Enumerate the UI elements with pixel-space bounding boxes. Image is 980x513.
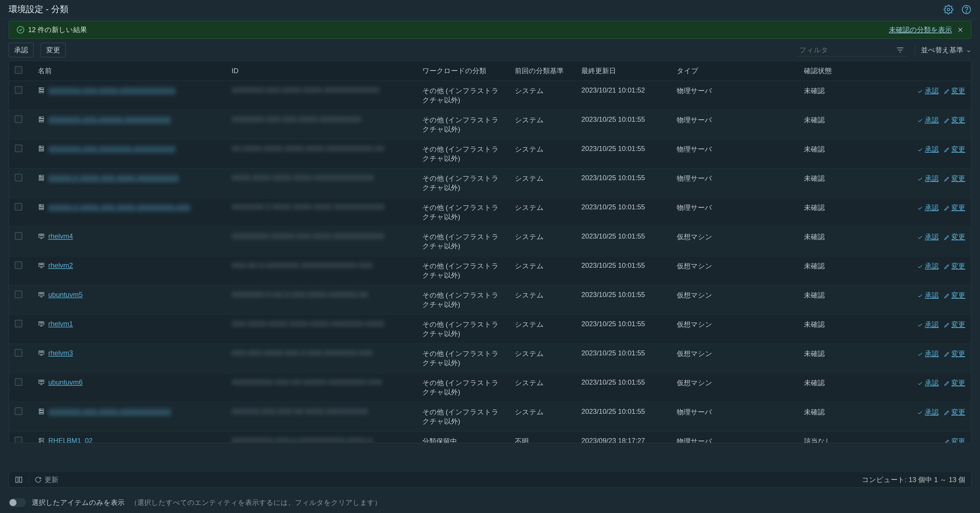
row-change-link[interactable]: 変更 bbox=[944, 115, 965, 125]
row-checkbox[interactable] bbox=[15, 232, 22, 240]
row-checkbox[interactable] bbox=[15, 86, 22, 94]
settings-icon[interactable] bbox=[943, 5, 953, 14]
row-actions: 承認変更 bbox=[853, 174, 965, 183]
row-checkbox[interactable] bbox=[15, 320, 22, 327]
table-row: XXXXXXX-XXX-XXXX-XXXXXXXXXXXXXXXXXXX-XXX… bbox=[9, 81, 971, 110]
status-cell: 未確認 bbox=[798, 373, 847, 402]
col-workload[interactable]: ワークロードの分類 bbox=[417, 61, 509, 81]
row-change-link[interactable]: 変更 bbox=[944, 86, 965, 96]
col-type[interactable]: タイプ bbox=[671, 61, 798, 81]
change-button[interactable]: 変更 bbox=[41, 43, 65, 57]
entity-id: XXXXXXX-XXX-XXX-XXXX-XXXXXXXXX bbox=[232, 115, 361, 123]
basis-cell: システム bbox=[509, 139, 576, 169]
basis-cell: システム bbox=[509, 285, 576, 315]
show-selected-toggle[interactable] bbox=[9, 498, 26, 507]
entity-id: XXXXXXX-X-XX-X-XXX-XXXX-XXXXXX-XX bbox=[232, 291, 368, 298]
updated-cell: 2023/10/25 10:01:55 bbox=[576, 285, 671, 315]
row-checkbox[interactable] bbox=[15, 115, 22, 123]
entity-name-link[interactable]: rhelvm3 bbox=[48, 349, 73, 357]
col-id[interactable]: ID bbox=[226, 61, 417, 81]
row-approve-link[interactable]: 承認 bbox=[917, 174, 939, 183]
row-checkbox[interactable] bbox=[15, 203, 22, 210]
row-approve-link[interactable]: 承認 bbox=[917, 320, 939, 329]
svg-rect-6 bbox=[39, 92, 44, 93]
entity-name-link[interactable]: XXXXXXX-XXX-XXXXXXX-XXXXXXXXX bbox=[48, 145, 175, 153]
workload-cell: その他 (インフラストラクチャ以外) bbox=[417, 315, 509, 344]
success-icon bbox=[16, 26, 25, 34]
row-approve-link[interactable]: 承認 bbox=[917, 349, 939, 358]
col-basis[interactable]: 前回の分類基準 bbox=[509, 61, 576, 81]
columns-icon[interactable] bbox=[15, 476, 23, 484]
row-change-link[interactable]: 変更 bbox=[944, 320, 965, 329]
row-change-link[interactable]: 変更 bbox=[944, 437, 965, 443]
row-change-link[interactable]: 変更 bbox=[944, 408, 965, 417]
entity-name-link[interactable]: XXXXX-X XXXX XXX XXXX XXXXXXXXX bbox=[48, 174, 179, 182]
row-approve-link[interactable]: 承認 bbox=[917, 86, 939, 96]
type-cell: 物理サーバ bbox=[671, 139, 798, 169]
row-checkbox[interactable] bbox=[15, 378, 22, 386]
entity-name-link[interactable]: XXXXXXX-XXX-XXXX-XXXXXXXXXXX bbox=[48, 408, 171, 416]
status-cell: 未確認 bbox=[798, 198, 847, 227]
help-icon[interactable] bbox=[961, 5, 971, 14]
entity-name-link[interactable]: rhelvm2 bbox=[48, 261, 73, 269]
entity-id: XXX-XXX-XXXX-XXX-X-XXX-XXXXXXX-XXX bbox=[232, 349, 372, 357]
row-checkbox[interactable] bbox=[15, 408, 22, 415]
row-approve-link[interactable]: 承認 bbox=[917, 291, 939, 300]
filter-input[interactable] bbox=[799, 46, 891, 54]
refresh-label[interactable]: 更新 bbox=[45, 475, 58, 484]
close-icon[interactable] bbox=[957, 27, 964, 33]
row-checkbox[interactable] bbox=[15, 291, 22, 298]
row-checkbox[interactable] bbox=[15, 437, 22, 443]
row-approve-link[interactable]: 承認 bbox=[917, 232, 939, 241]
row-checkbox[interactable] bbox=[15, 174, 22, 181]
table-row: RHELBM1_02XXXXXXXXX-XXX-X-XXXXXXXXXX-XXX… bbox=[9, 432, 971, 443]
svg-rect-34 bbox=[40, 322, 41, 323]
entity-type-icon bbox=[38, 233, 45, 240]
row-approve-link[interactable]: 承認 bbox=[917, 145, 939, 154]
row-approve-link[interactable]: 承認 bbox=[917, 203, 939, 212]
entity-type-icon bbox=[38, 262, 45, 269]
pencil-icon bbox=[944, 146, 950, 152]
row-checkbox[interactable] bbox=[15, 349, 22, 357]
entity-name-link[interactable]: rhelvm1 bbox=[48, 320, 73, 328]
col-updated[interactable]: 最終更新日 bbox=[576, 61, 671, 81]
entity-name-link[interactable]: XXXXXXX-XXX-XXXX-XXXXXXXXXXXX bbox=[48, 86, 175, 94]
row-change-link[interactable]: 変更 bbox=[944, 349, 965, 358]
table-row: XXXXX-X XXXX XXX XXXX XXXXXXXX-XXXXXXXXX… bbox=[9, 198, 971, 227]
filter-icon[interactable] bbox=[896, 46, 905, 54]
svg-rect-10 bbox=[39, 121, 44, 122]
entity-name-link[interactable]: ubuntuvm6 bbox=[48, 378, 83, 386]
show-unconfirmed-link[interactable]: 未確認の分類を表示 bbox=[889, 25, 952, 34]
row-approve-link[interactable]: 承認 bbox=[917, 378, 939, 387]
row-change-link[interactable]: 変更 bbox=[944, 291, 965, 300]
classification-table: 名前 ID ワークロードの分類 前回の分類基準 最終更新日 タイプ 確認状態 X… bbox=[9, 61, 971, 443]
entity-name-link[interactable]: RHELBM1_02 bbox=[48, 437, 92, 443]
row-change-link[interactable]: 変更 bbox=[944, 145, 965, 154]
entity-type-icon bbox=[38, 145, 45, 152]
row-change-link[interactable]: 変更 bbox=[944, 378, 965, 387]
entity-type-icon bbox=[38, 291, 45, 298]
entity-name-link[interactable]: ubuntuvm5 bbox=[48, 291, 83, 299]
col-name[interactable]: 名前 bbox=[32, 61, 226, 81]
row-change-link[interactable]: 変更 bbox=[944, 174, 965, 183]
entity-name-link[interactable]: XXXXX-X XXXX XXX XXXX XXXXXXXX-XXX bbox=[48, 203, 190, 211]
row-change-link[interactable]: 変更 bbox=[944, 232, 965, 241]
entity-type-icon bbox=[38, 204, 45, 210]
row-change-link[interactable]: 変更 bbox=[944, 261, 965, 271]
entity-name-link[interactable]: XXXXXXX-XXX-XXXXX-XXXXXXXXXX bbox=[48, 115, 171, 123]
approve-button[interactable]: 承認 bbox=[9, 43, 33, 57]
row-approve-link[interactable]: 承認 bbox=[917, 115, 939, 125]
row-checkbox[interactable] bbox=[15, 261, 22, 269]
row-approve-link[interactable]: 承認 bbox=[917, 408, 939, 417]
row-checkbox[interactable] bbox=[15, 145, 22, 152]
row-actions: 承認変更 bbox=[853, 145, 965, 154]
updated-cell: 2023/09/23 18:17:27 bbox=[576, 432, 671, 443]
col-status[interactable]: 確認状態 bbox=[798, 61, 847, 81]
workload-cell: その他 (インフラストラクチャ以外) bbox=[417, 110, 509, 139]
entity-name-link[interactable]: rhelvm4 bbox=[48, 232, 73, 240]
refresh-icon[interactable] bbox=[35, 476, 41, 483]
row-change-link[interactable]: 変更 bbox=[944, 203, 965, 212]
row-approve-link[interactable]: 承認 bbox=[917, 261, 939, 271]
select-all-checkbox[interactable] bbox=[15, 66, 22, 74]
sort-dropdown[interactable]: 並べ替え基準 bbox=[915, 45, 971, 55]
